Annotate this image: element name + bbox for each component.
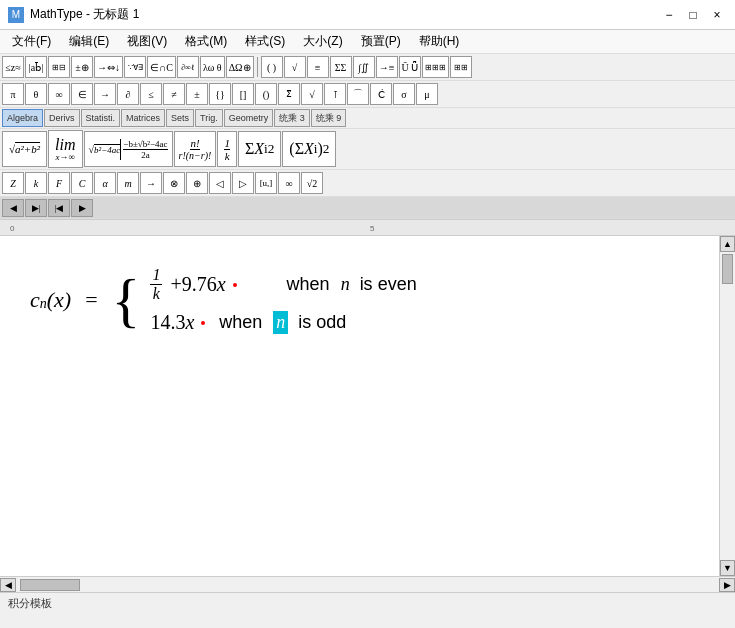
sym-paren[interactable]: () <box>255 83 277 105</box>
tab-statisti[interactable]: Statisti. <box>81 109 121 127</box>
nav-btn-1[interactable]: ◀ <box>2 199 24 217</box>
sym-sqrt2[interactable]: √ <box>301 83 323 105</box>
sym-grid1[interactable]: ⊞⊟ <box>48 56 70 78</box>
menu-view[interactable]: 视图(V) <box>119 31 175 52</box>
sym-lez[interactable]: ≤z≈ <box>2 56 24 78</box>
sym-theta[interactable]: θ <box>25 83 47 105</box>
sym-mu[interactable]: μ <box>416 83 438 105</box>
sym-m[interactable]: m <box>117 172 139 194</box>
toolbar-container: ≤z≈ |ab̄| ⊞⊟ ±⊕ →⇔↓ ∵∀∃ ∈∩C ∂∞ℓ λω θ ΔΩ⊕… <box>0 54 735 220</box>
scrollbar-vertical[interactable]: ▲ ▼ <box>719 236 735 576</box>
sym-arrow2[interactable]: →≡ <box>376 56 398 78</box>
sym-equiv[interactable]: ≡ <box>307 56 329 78</box>
minimize-button[interactable]: − <box>659 5 679 25</box>
sym-accent[interactable]: Ū Ǖ <box>399 56 422 78</box>
toolbar-row-2: π θ ∞ ∈ → ∂ ≤ ≠ ± {} [] () Σ̂ √ ⊺ ⌒ C̀ σ… <box>0 81 735 108</box>
sym-in[interactable]: ∈ <box>71 83 93 105</box>
sym-arrow[interactable]: →⇔↓ <box>94 56 123 78</box>
sym-sigma2[interactable]: σ <box>393 83 415 105</box>
sym-therefore[interactable]: ∵∀∃ <box>124 56 146 78</box>
sym-matrix2[interactable]: ⊞⊞ <box>450 56 472 78</box>
sym-ab[interactable]: |ab̄| <box>25 56 47 78</box>
tab-sets[interactable]: Sets <box>166 109 194 127</box>
sym-matrix1[interactable]: ⊞⊞⊞ <box>422 56 449 78</box>
sym-transpose[interactable]: ⊺ <box>324 83 346 105</box>
sym-partial[interactable]: ∂ <box>117 83 139 105</box>
scroll-up-button[interactable]: ▲ <box>720 236 735 252</box>
frac-one-k: 1 k <box>150 266 162 303</box>
sym-F[interactable]: F <box>48 172 70 194</box>
menu-file[interactable]: 文件(F) <box>4 31 59 52</box>
maximize-button[interactable]: □ <box>683 5 703 25</box>
sym-c-special[interactable]: C̀ <box>370 83 392 105</box>
tab-derivs[interactable]: Derivs <box>44 109 80 127</box>
content-main[interactable]: c n ( x ) = { 1 <box>0 236 719 576</box>
sym-pi[interactable]: π <box>2 83 24 105</box>
tab-stats9[interactable]: 统乘 9 <box>311 109 347 127</box>
case-row-1: 1 k +9.76x when n is even <box>150 266 416 303</box>
sym-alpha[interactable]: α <box>94 172 116 194</box>
tab-trig[interactable]: Trig. <box>195 109 223 127</box>
menu-edit[interactable]: 编辑(E) <box>61 31 117 52</box>
sym-delta[interactable]: ΔΩ⊕ <box>226 56 254 78</box>
sym-curly[interactable]: {} <box>209 83 231 105</box>
tab-stats3[interactable]: 统乘 3 <box>274 109 310 127</box>
sym-otimes[interactable]: ⊗ <box>163 172 185 194</box>
sym-set[interactable]: ∈∩C <box>147 56 176 78</box>
scroll-thumb-v[interactable] <box>722 254 733 284</box>
scroll-right-button[interactable]: ▶ <box>719 578 735 592</box>
template-quadratic[interactable]: √b²−4ac −b±√b²−4ac2a <box>84 131 173 167</box>
scroll-thumb-h[interactable] <box>20 579 80 591</box>
sym-pm[interactable]: ±⊕ <box>71 56 93 78</box>
sym-leq[interactable]: ≤ <box>140 83 162 105</box>
sym-C[interactable]: C <box>71 172 93 194</box>
case2-is-odd: is odd <box>298 312 346 333</box>
tab-matrices[interactable]: Matrices <box>121 109 165 127</box>
tab-geometry[interactable]: Geometry <box>224 109 274 127</box>
sym-infty2[interactable]: ∞ <box>278 172 300 194</box>
toolbar-row-1: ≤z≈ |ab̄| ⊞⊟ ±⊕ →⇔↓ ∵∀∃ ∈∩C ∂∞ℓ λω θ ΔΩ⊕… <box>0 54 735 81</box>
tab-algebra[interactable]: Algebra <box>2 109 43 127</box>
scroll-down-button[interactable]: ▼ <box>720 560 735 576</box>
sym-k[interactable]: k <box>25 172 47 194</box>
nav-btn-2[interactable]: ▶| <box>25 199 47 217</box>
scrollbar-horizontal[interactable]: ◀ ▶ <box>0 576 735 592</box>
nav-btn-3[interactable]: |◀ <box>48 199 70 217</box>
menu-style[interactable]: 样式(S) <box>237 31 293 52</box>
sym-bracket1[interactable]: ( ) <box>261 56 283 78</box>
sym-arc[interactable]: ⌒ <box>347 83 369 105</box>
menu-size[interactable]: 大小(Z) <box>295 31 350 52</box>
sym-sigmahat[interactable]: Σ̂ <box>278 83 300 105</box>
menu-help[interactable]: 帮助(H) <box>411 31 468 52</box>
template-reciprocal[interactable]: 1k <box>217 131 237 167</box>
sym-rightarrow[interactable]: → <box>94 83 116 105</box>
template-combination[interactable]: n!r!(n−r)! <box>174 131 217 167</box>
sym-tri-left[interactable]: ◁ <box>209 172 231 194</box>
sym-greek[interactable]: λω θ <box>200 56 225 78</box>
sym-interval[interactable]: [u,] <box>255 172 277 194</box>
sym-plusminus[interactable]: ± <box>186 83 208 105</box>
titlebar-controls[interactable]: − □ × <box>659 5 727 25</box>
sym-arrow3[interactable]: → <box>140 172 162 194</box>
nav-btn-4[interactable]: ▶ <box>71 199 93 217</box>
sym-integral[interactable]: ∫∬ <box>353 56 375 78</box>
template-sigma-xi-paren-sq[interactable]: (Σ Xi)2 <box>282 131 336 167</box>
scroll-left-button[interactable]: ◀ <box>0 578 16 592</box>
sym-tri-right[interactable]: ▷ <box>232 172 254 194</box>
template-limit[interactable]: lim x→∞ <box>48 130 82 168</box>
sym-Z[interactable]: Z <box>2 172 24 194</box>
menu-format[interactable]: 格式(M) <box>177 31 235 52</box>
template-sigma-xi-sq[interactable]: Σ Xi2 <box>238 131 281 167</box>
sym-square[interactable]: [] <box>232 83 254 105</box>
sym-neq[interactable]: ≠ <box>163 83 185 105</box>
menu-preset[interactable]: 预置(P) <box>353 31 409 52</box>
sym-sqrt1[interactable]: √ <box>284 56 306 78</box>
lhs-paren-open: ( <box>47 287 54 313</box>
sym-infty[interactable]: ∞ <box>48 83 70 105</box>
sym-sigma[interactable]: ΣΣ <box>330 56 352 78</box>
sym-misc[interactable]: ∂∞ℓ <box>177 56 199 78</box>
sym-oplus[interactable]: ⊕ <box>186 172 208 194</box>
template-sqrt-sum[interactable]: √a²+b² <box>2 131 47 167</box>
sym-sqrt3[interactable]: √2 <box>301 172 323 194</box>
close-button[interactable]: × <box>707 5 727 25</box>
